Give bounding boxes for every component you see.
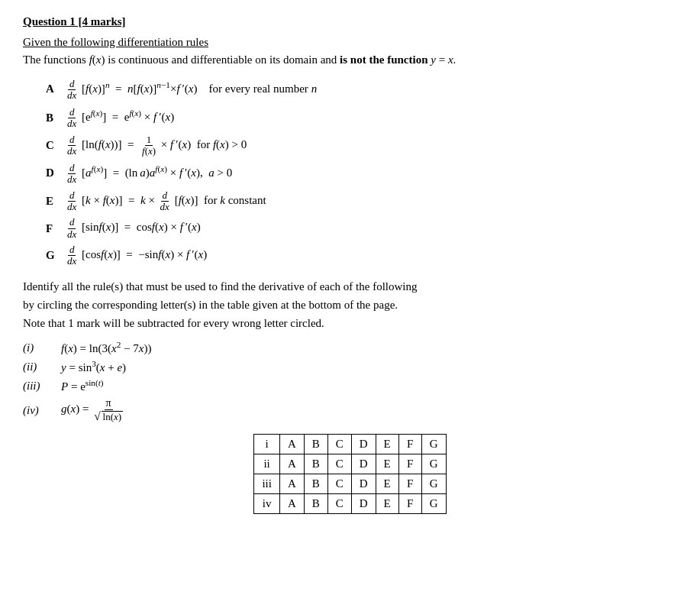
row-ii-e: E bbox=[376, 454, 398, 474]
table-row: i A B C D E F G bbox=[254, 435, 446, 454]
row-iv-b: B bbox=[304, 494, 327, 514]
problem-iii: (iii) P = esin(t) bbox=[23, 378, 677, 393]
table-row: iv A B C D E F G bbox=[254, 494, 446, 514]
row-iii-label: iii bbox=[254, 474, 280, 494]
row-iii-g: G bbox=[421, 474, 446, 494]
rule-d: D ddx [af(x)] = (ln a)af(x) × f ′(x), a … bbox=[46, 161, 677, 185]
row-i-a: A bbox=[279, 435, 304, 454]
problem-i: (i) f(x) = ln(3(x2 − 7x)) bbox=[23, 340, 677, 355]
continuous-line: The functions f(x) is continuous and dif… bbox=[23, 53, 677, 66]
row-i-f: F bbox=[398, 435, 421, 454]
row-i-c: C bbox=[327, 435, 351, 454]
problem-ii: (ii) y = sin3(x + e) bbox=[23, 359, 677, 374]
table-row: ii A B C D E F G bbox=[254, 454, 446, 474]
row-ii-g: G bbox=[421, 454, 446, 474]
row-iv-c: C bbox=[327, 494, 351, 514]
answer-table: i A B C D E F G ii A B C D E F G iii A B… bbox=[253, 434, 446, 514]
rule-g: G ddx [cosf(x)] = −sinf(x) × f ′(x) bbox=[46, 244, 677, 267]
row-i-d: D bbox=[351, 435, 376, 454]
table-row: iii A B C D E F G bbox=[254, 474, 446, 494]
row-iii-c: C bbox=[327, 474, 351, 494]
row-ii-f: F bbox=[398, 454, 421, 474]
row-iii-e: E bbox=[376, 474, 398, 494]
row-ii-label: ii bbox=[254, 454, 280, 474]
row-ii-d: D bbox=[351, 454, 376, 474]
row-iv-label: iv bbox=[254, 494, 280, 514]
row-iii-a: A bbox=[279, 474, 304, 494]
row-ii-b: B bbox=[304, 454, 327, 474]
row-iv-g: G bbox=[421, 494, 446, 514]
question-title: Question 1 [4 marks] bbox=[23, 15, 677, 28]
row-iv-d: D bbox=[351, 494, 376, 514]
rule-a: A ddx [f(x)]n = n[f(x)]n−1×f ′(x) for ev… bbox=[46, 77, 677, 101]
rule-f: F ddx [sinf(x)] = cosf(x) × f ′(x) bbox=[46, 217, 677, 240]
rule-b: B ddx [ef(x)] = ef(x) × f ′(x) bbox=[46, 105, 677, 129]
problem-iv: (iv) g(x) = π √ ln(x) bbox=[23, 397, 677, 423]
row-iii-f: F bbox=[398, 474, 421, 494]
row-i-b: B bbox=[304, 435, 327, 454]
intro-line: Given the following differentiation rule… bbox=[23, 36, 677, 49]
row-i-label: i bbox=[254, 435, 280, 454]
row-i-g: G bbox=[421, 435, 446, 454]
row-iv-f: F bbox=[398, 494, 421, 514]
rule-c: C ddx [ln(f(x))] = 1f(x) × f ′(x) for f(… bbox=[46, 134, 677, 157]
rules-section: A ddx [f(x)]n = n[f(x)]n−1×f ′(x) for ev… bbox=[46, 77, 677, 267]
row-i-e: E bbox=[376, 435, 398, 454]
identify-section: Identify all the rule(s) that must be us… bbox=[23, 277, 677, 332]
row-ii-c: C bbox=[327, 454, 351, 474]
row-ii-a: A bbox=[279, 454, 304, 474]
table-section: i A B C D E F G ii A B C D E F G iii A B… bbox=[23, 434, 677, 514]
row-iii-b: B bbox=[304, 474, 327, 494]
problems-section: (i) f(x) = ln(3(x2 − 7x)) (ii) y = sin3(… bbox=[23, 340, 677, 423]
rule-e: E ddx [k × f(x)] = k × ddx [f(x)] for k … bbox=[46, 190, 677, 213]
row-iv-a: A bbox=[279, 494, 304, 514]
row-iii-d: D bbox=[351, 474, 376, 494]
row-iv-e: E bbox=[376, 494, 398, 514]
